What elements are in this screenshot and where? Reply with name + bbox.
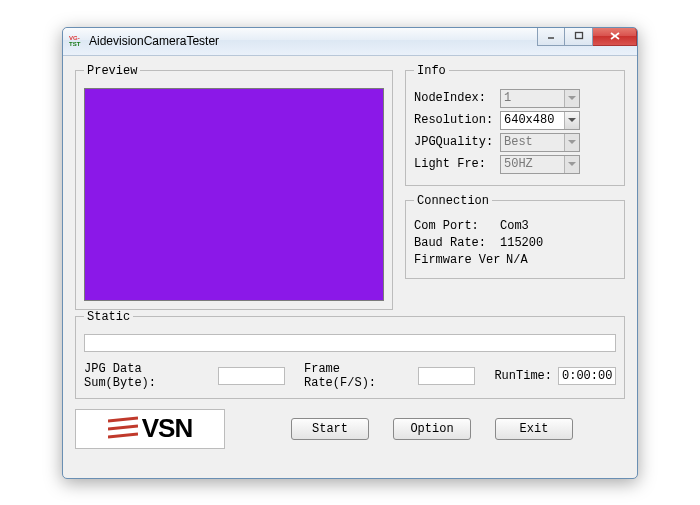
info-group: Info NodeIndex: 1 Resolution: 640x480 (405, 64, 625, 186)
static-bar (84, 334, 616, 352)
option-button[interactable]: Option (393, 418, 471, 440)
window-buttons (537, 28, 637, 55)
app-window: VG-TST AidevisionCameraTester Preview In… (62, 27, 638, 479)
com-port-label: Com Port: (414, 219, 500, 233)
info-legend: Info (414, 64, 449, 78)
preview-legend: Preview (84, 64, 140, 78)
titlebar[interactable]: VG-TST AidevisionCameraTester (63, 28, 637, 56)
runtime-value: 0:00:00 (558, 367, 616, 385)
app-icon: VG-TST (69, 33, 85, 49)
node-index-combo[interactable]: 1 (500, 89, 580, 108)
minimize-button[interactable] (537, 28, 565, 46)
light-fre-value: 50HZ (501, 156, 564, 173)
resolution-label: Resolution: (414, 113, 500, 127)
resolution-combo[interactable]: 640x480 (500, 111, 580, 130)
preview-canvas (84, 88, 384, 301)
connection-group: Connection Com Port: Com3 Baud Rate: 115… (405, 194, 625, 279)
close-button[interactable] (593, 28, 637, 46)
svg-line-6 (108, 434, 138, 437)
jpg-quality-value: Best (501, 134, 564, 151)
client-area: Preview Info NodeIndex: 1 Resolution: (63, 56, 637, 478)
connection-legend: Connection (414, 194, 492, 208)
frame-rate-label: Frame Rate(F/S): (304, 362, 412, 390)
logo-text: VSN (142, 413, 192, 444)
firmware-value: N/A (506, 253, 616, 267)
light-fre-label: Light Fre: (414, 157, 500, 171)
static-legend: Static (84, 310, 133, 324)
firmware-label: Firmware Ver (414, 253, 506, 267)
node-index-label: NodeIndex: (414, 91, 500, 105)
resolution-value: 640x480 (501, 112, 564, 129)
maximize-button[interactable] (565, 28, 593, 46)
svg-line-4 (108, 418, 138, 421)
chevron-down-icon[interactable] (564, 112, 579, 129)
preview-group: Preview (75, 64, 393, 310)
window-title: AidevisionCameraTester (89, 34, 537, 48)
runtime-label: RunTime: (494, 369, 552, 383)
light-fre-combo[interactable]: 50HZ (500, 155, 580, 174)
jpg-sum-label: JPG Data Sum(Byte): (84, 362, 212, 390)
svg-line-5 (108, 426, 138, 429)
jpg-quality-combo[interactable]: Best (500, 133, 580, 152)
static-group: Static JPG Data Sum(Byte): Frame Rate(F/… (75, 310, 625, 399)
baud-rate-value: 115200 (500, 236, 616, 250)
exit-button[interactable]: Exit (495, 418, 573, 440)
frame-rate-value (418, 367, 475, 385)
chevron-down-icon (564, 134, 579, 151)
logo: VSN (75, 409, 225, 449)
chevron-down-icon (564, 90, 579, 107)
start-button[interactable]: Start (291, 418, 369, 440)
com-port-value: Com3 (500, 219, 616, 233)
jpg-sum-value (218, 367, 284, 385)
logo-stripes-icon (108, 416, 138, 442)
baud-rate-label: Baud Rate: (414, 236, 500, 250)
chevron-down-icon (564, 156, 579, 173)
svg-rect-1 (575, 33, 582, 39)
node-index-value: 1 (501, 90, 564, 107)
jpg-quality-label: JPGQuality: (414, 135, 500, 149)
